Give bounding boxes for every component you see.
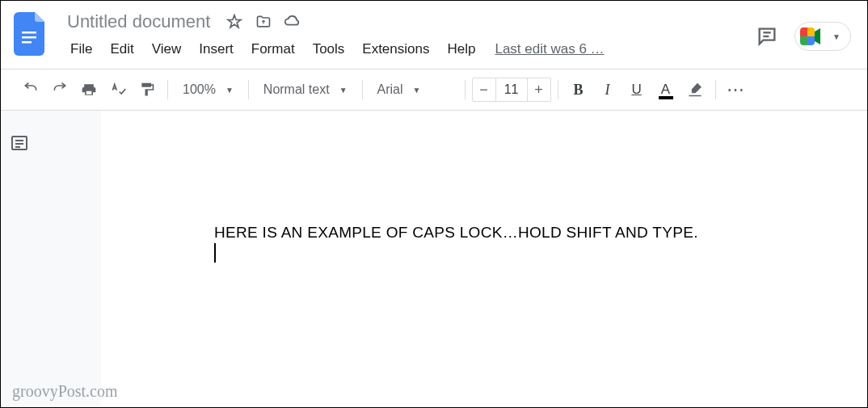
move-folder-icon[interactable] (254, 12, 273, 32)
comments-icon[interactable] (756, 25, 778, 48)
text-cursor (214, 243, 216, 263)
svg-rect-2 (22, 41, 32, 44)
separator (465, 80, 466, 99)
separator (362, 80, 363, 99)
meet-button[interactable]: ▼ (794, 22, 851, 51)
menu-insert[interactable]: Insert (191, 38, 242, 61)
italic-button[interactable]: I (594, 76, 622, 103)
separator (715, 80, 716, 99)
font-value: Arial (377, 82, 403, 97)
zoom-dropdown[interactable]: 100% ▼ (175, 76, 242, 103)
spellcheck-button[interactable] (104, 76, 132, 103)
text-color-button[interactable]: A (652, 76, 680, 103)
header-bar: Untitled document File Edit View Insert … (1, 1, 867, 69)
font-dropdown[interactable]: Arial ▼ (369, 76, 458, 103)
decrease-font-button[interactable]: − (473, 78, 495, 101)
paint-format-button[interactable] (133, 76, 161, 103)
style-dropdown[interactable]: Normal text ▼ (255, 76, 356, 103)
meet-icon (798, 26, 823, 47)
title-row: Untitled document (62, 7, 756, 36)
svg-rect-0 (22, 32, 36, 34)
menu-extensions[interactable]: Extensions (354, 38, 437, 61)
increase-font-button[interactable]: + (528, 78, 550, 101)
star-icon[interactable] (225, 12, 244, 32)
more-button[interactable]: ⋯ (723, 76, 750, 103)
menu-bar: File Edit View Insert Format Tools Exten… (62, 38, 756, 61)
chevron-down-icon: ▼ (413, 86, 421, 95)
menu-tools[interactable]: Tools (305, 38, 353, 61)
title-area: Untitled document File Edit View Insert … (62, 7, 756, 61)
watermark: groovyPost.com (12, 382, 118, 401)
document-page[interactable]: HERE IS AN EXAMPLE OF CAPS LOCK…HOLD SHI… (101, 111, 867, 406)
docs-logo[interactable] (14, 12, 46, 56)
toolbar: 100% ▼ Normal text ▼ Arial ▼ − + B I U A… (1, 69, 867, 111)
menu-edit[interactable]: Edit (102, 38, 141, 61)
bold-button[interactable]: B (565, 76, 592, 103)
document-title[interactable]: Untitled document (62, 10, 215, 34)
svg-rect-1 (22, 36, 36, 39)
left-gutter (1, 111, 41, 406)
font-size-input[interactable] (495, 78, 528, 101)
header-right: ▼ (756, 22, 851, 51)
canvas-area: HERE IS AN EXAMPLE OF CAPS LOCK…HOLD SHI… (1, 111, 867, 406)
print-button[interactable] (75, 76, 103, 103)
chevron-down-icon: ▼ (339, 86, 348, 95)
style-value: Normal text (263, 82, 330, 97)
chevron-down-icon: ▼ (832, 32, 841, 41)
highlight-button[interactable] (681, 76, 709, 103)
font-size-group: − + (472, 78, 551, 102)
redo-button[interactable] (46, 76, 74, 103)
outline-icon[interactable] (10, 133, 32, 156)
last-edit-link[interactable]: Last edit was 6 … (495, 41, 604, 57)
cloud-status-icon[interactable] (283, 12, 302, 32)
menu-format[interactable]: Format (243, 38, 303, 61)
separator (167, 80, 168, 99)
chevron-down-icon: ▼ (225, 86, 234, 95)
separator (248, 80, 249, 99)
menu-file[interactable]: File (62, 38, 100, 61)
underline-button[interactable]: U (623, 76, 651, 103)
menu-help[interactable]: Help (439, 38, 483, 61)
separator (558, 80, 558, 99)
menu-view[interactable]: View (144, 38, 190, 61)
document-text: HERE IS AN EXAMPLE OF CAPS LOCK…HOLD SHI… (214, 224, 867, 242)
undo-button[interactable] (17, 76, 44, 103)
zoom-value: 100% (183, 82, 216, 97)
